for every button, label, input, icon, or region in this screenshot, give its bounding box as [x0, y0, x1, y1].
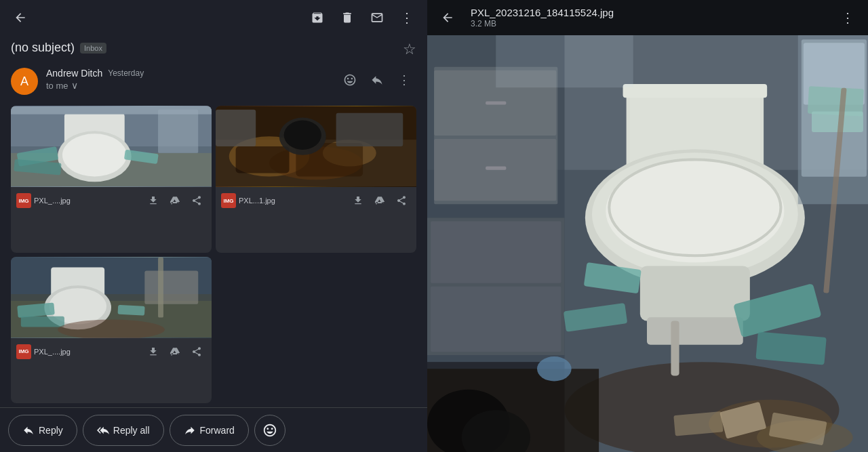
- star-button[interactable]: ☆: [403, 41, 416, 58]
- attachment-toolbar-1: IMG PXL_....jpg: [11, 187, 212, 214]
- attach-name-1: PXL_....jpg: [34, 197, 141, 205]
- download-icon-3[interactable]: [144, 342, 163, 361]
- svg-rect-16: [236, 146, 290, 173]
- share-icon-1[interactable]: [187, 191, 206, 210]
- archive-button[interactable]: [305, 5, 330, 30]
- reply-all-button[interactable]: Reply all: [83, 415, 164, 446]
- sender-time: Yesterday: [108, 68, 144, 78]
- email-left-panel: ⋮ (no subject) Inbox ☆ A Andrew Ditch Ye…: [0, 0, 427, 452]
- reply-icon: [22, 424, 35, 436]
- share-icon-3[interactable]: [187, 342, 206, 361]
- attachments-grid: IMG PXL_....jpg: [0, 102, 427, 407]
- drive-icon-1[interactable]: [165, 191, 184, 210]
- drive-icon-3[interactable]: [165, 342, 184, 361]
- drive-icon-2[interactable]: [370, 191, 389, 210]
- sender-row: A Andrew Ditch Yesterday to me ∨: [0, 61, 427, 102]
- recipient-text: to me: [46, 81, 68, 91]
- svg-point-75: [537, 356, 572, 381]
- recipient-row: to me ∨: [46, 80, 330, 91]
- right-more-button[interactable]: ⋮: [835, 5, 860, 30]
- attachment-toolbar-3: IMG PXL_....jpg: [11, 338, 212, 365]
- download-icon-2[interactable]: [349, 191, 368, 210]
- top-toolbar: ⋮: [0, 0, 427, 35]
- attach-name-2: PXL...1.jpg: [239, 197, 346, 205]
- attachment-item-1[interactable]: IMG PXL_....jpg: [11, 106, 212, 253]
- attachment-thumb-1: [11, 106, 212, 187]
- recipient-expand-icon[interactable]: ∨: [71, 80, 78, 91]
- svg-rect-48: [623, 84, 768, 98]
- svg-rect-40: [486, 101, 506, 104]
- svg-point-21: [284, 121, 321, 150]
- forward-button[interactable]: Forward: [170, 415, 249, 446]
- emoji-reaction-button[interactable]: [338, 68, 362, 92]
- svg-rect-44: [431, 287, 561, 352]
- attachment-item-2[interactable]: IMG PXL...1.jpg: [216, 106, 416, 253]
- svg-rect-30: [118, 304, 145, 315]
- svg-rect-53: [640, 266, 750, 321]
- quick-reply-button[interactable]: [365, 68, 389, 92]
- svg-rect-31: [144, 270, 198, 304]
- inbox-badge: Inbox: [80, 43, 106, 54]
- email-header: (no subject) Inbox ☆: [0, 35, 427, 61]
- svg-rect-69: [673, 411, 723, 436]
- attachment-item-3[interactable]: IMG PXL_....jpg: [11, 257, 212, 404]
- delete-button[interactable]: [335, 5, 359, 30]
- attachment-toolbar-2: IMG PXL...1.jpg: [216, 187, 416, 214]
- attach-name-3: PXL_....jpg: [34, 348, 141, 356]
- svg-rect-43: [431, 222, 561, 283]
- svg-rect-54: [647, 317, 743, 344]
- more-button[interactable]: ⋮: [395, 5, 419, 30]
- file-info: PXL_20231216_184115524.jpg 3.2 MB: [465, 7, 830, 28]
- subject-line: (no subject) Inbox: [11, 41, 106, 55]
- right-back-button[interactable]: [435, 5, 460, 30]
- share-icon-2[interactable]: [392, 191, 411, 210]
- svg-rect-41: [486, 167, 506, 170]
- sender-name-row: Andrew Ditch Yesterday: [46, 68, 330, 79]
- svg-rect-29: [21, 316, 64, 327]
- svg-rect-18: [336, 113, 403, 146]
- avatar: A: [11, 68, 38, 95]
- reply-all-button-label: Reply all: [113, 425, 150, 436]
- forward-button-label: Forward: [200, 425, 235, 436]
- right-toolbar: PXL_20231216_184115524.jpg 3.2 MB ⋮: [427, 0, 868, 35]
- attachment-thumb-2: [216, 106, 416, 187]
- emoji-button[interactable]: [254, 415, 285, 446]
- sender-actions: ⋮: [338, 68, 416, 92]
- attachment-thumb-3: [11, 257, 212, 338]
- sender-name: Andrew Ditch: [46, 68, 102, 79]
- bottom-action-bar: Reply Reply all Forward: [0, 407, 427, 452]
- label-button[interactable]: [365, 5, 389, 30]
- image-viewer-panel: PXL_20231216_184115524.jpg 3.2 MB ⋮: [427, 0, 868, 452]
- reply-all-icon: [97, 424, 109, 436]
- svg-rect-33: [158, 257, 163, 317]
- reply-button-label: Reply: [39, 425, 63, 436]
- svg-rect-76: [496, 35, 633, 87]
- svg-rect-10: [158, 110, 198, 153]
- svg-point-5: [62, 133, 127, 176]
- reply-button[interactable]: Reply: [8, 415, 77, 446]
- filename: PXL_20231216_184115524.jpg: [471, 7, 825, 18]
- image-viewer: [427, 35, 868, 452]
- forward-icon: [184, 424, 196, 436]
- sender-info: Andrew Ditch Yesterday to me ∨: [46, 68, 330, 91]
- file-type-icon-2: IMG: [221, 193, 236, 208]
- file-type-icon-1: IMG: [16, 193, 31, 208]
- svg-rect-19: [216, 110, 256, 146]
- more-actions-button[interactable]: ⋮: [392, 68, 416, 92]
- bathroom-photo: [427, 35, 868, 452]
- filesize: 3.2 MB: [471, 19, 825, 28]
- back-button[interactable]: [8, 5, 33, 30]
- svg-rect-64: [812, 112, 863, 132]
- emoji-icon: [262, 423, 277, 438]
- file-type-icon-3: IMG: [16, 344, 31, 359]
- svg-rect-73: [671, 321, 679, 375]
- subject-text: (no subject): [11, 41, 75, 55]
- download-icon-1[interactable]: [144, 191, 163, 210]
